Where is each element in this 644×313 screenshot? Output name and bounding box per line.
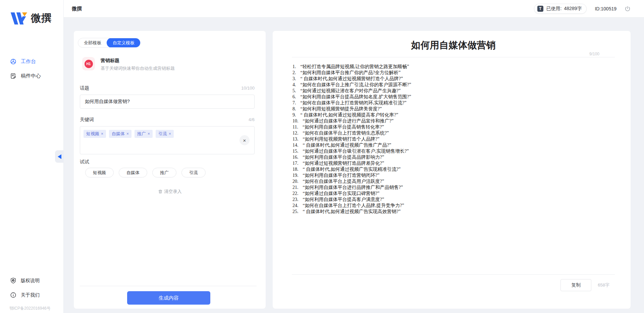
result-item-text: “轻松打造专属品牌短视频,让你的营销之路更加顺畅” <box>301 64 409 70</box>
result-item: 6.“如何利用自媒体平台提高品牌知名度,扩大销售范围?” <box>292 94 615 100</box>
result-item-number: 1. <box>292 64 296 70</box>
result-item: 23.“如何利用自媒体平台提高客户满意度?” <box>292 197 615 203</box>
sidebar-item-label: 版权说明 <box>21 278 40 284</box>
result-item: 8.“如何利用短视频营销提升品牌美誉度?” <box>292 106 615 112</box>
keyword-tag: 引流× <box>156 130 174 138</box>
sidebar-item-about[interactable]: 关于我们 <box>10 292 40 298</box>
result-item-text: “如何利用短视频营销提升品牌美誉度?” <box>301 106 382 112</box>
result-item-text: “如何利用短视频营销打造个人品牌?” <box>303 136 380 142</box>
collapse-sidebar-button[interactable] <box>55 150 64 163</box>
sidebar-item-label: 稿件中心 <box>21 73 41 79</box>
result-item-number: 15. <box>292 148 299 154</box>
result-item-number: 16. <box>292 154 299 160</box>
suggestion-pill[interactable]: 短视频 <box>85 168 114 177</box>
remove-keyword-icon[interactable]: × <box>126 132 129 136</box>
tab-custom-templates[interactable]: 自定义模板 <box>107 38 141 48</box>
result-item: 12.“如何在自媒体平台上打造营销生态系统?” <box>292 130 615 136</box>
result-item-text: “如何在自媒体平台上推广引流,让你的客户源源不断?” <box>301 82 411 88</box>
result-item-text: “如何利用自媒体平台提高客户满意度?” <box>303 197 384 203</box>
chevron-left-icon <box>58 154 61 159</box>
result-item-text: “ 自媒体时代,如何通过短视频营销打造个人品牌?” <box>301 76 403 82</box>
result-item: 13.“如何利用短视频营销打造个人品牌?” <box>292 136 615 142</box>
remove-keyword-icon[interactable]: × <box>169 132 171 136</box>
sidebar: 微撰 工作台 稿件中心 版权说明 <box>0 0 64 313</box>
result-item-number: 2. <box>292 70 296 76</box>
result-item-number: 25. <box>292 209 299 215</box>
result-item: 22.“如何通过自媒体平台实现口碑营销?” <box>292 191 615 197</box>
result-item-number: 17. <box>292 160 299 166</box>
result-item-number: 5. <box>292 88 296 94</box>
copy-button[interactable]: 复制 <box>560 279 591 291</box>
keywords-input-area[interactable]: 短视频×自媒体×推广×引流× × <box>80 126 255 154</box>
drafts-icon <box>10 73 16 79</box>
trash-icon <box>158 189 163 194</box>
result-list: 1.“轻松打造专属品牌短视频,让你的营销之路更加顺畅”2.“如何利用自媒体平台推… <box>292 64 615 215</box>
result-item: 25.“ 自媒体时代,如何通过视频广告实现高效营销?” <box>292 209 615 215</box>
result-item-number: 7. <box>292 100 296 106</box>
result-item-number: 22. <box>292 191 299 197</box>
result-item-text: “ 自媒体时代,如何通过短视频提高客户转化率?” <box>301 112 398 118</box>
logo-w-icon <box>10 12 28 25</box>
generate-content-button[interactable]: 生成内容 <box>127 291 210 305</box>
result-item-number: 13. <box>292 136 299 142</box>
result-item: 4.“如何在自媒体平台上推广引流,让你的客户源源不断?” <box>292 82 615 88</box>
result-item-text: “如何利用自媒体平台推广你的产品?全方位解析” <box>301 70 401 76</box>
sidebar-item-drafts[interactable]: 稿件中心 <box>10 73 41 79</box>
result-item-text: “如何利用自媒体平台进行品牌推广和产品销售?” <box>303 185 403 191</box>
result-item: 16.“如何利用自媒体平台提高品牌影响力?” <box>292 154 615 160</box>
icp-number: 鄂ICP备2022016946号 <box>9 306 51 311</box>
logout-button[interactable] <box>625 6 631 12</box>
logo-text: 微撰 <box>31 11 52 25</box>
result-item-text: “如何通过自媒体平台进行产品宣传和推广?” <box>303 118 394 124</box>
page-title: 微撰 <box>72 0 82 17</box>
result-item-number: 19. <box>292 172 299 178</box>
template-card[interactable]: H1 <box>82 57 95 70</box>
result-item-number: 10. <box>292 118 299 124</box>
result-item-text: “如何通过短视频让潜在客户对你产品产生兴趣?” <box>301 88 401 94</box>
keyword-tags: 短视频×自媒体×推广×引流× <box>84 130 174 138</box>
keyword-tag: 短视频× <box>84 130 106 138</box>
keyword-tag-label: 自媒体 <box>112 131 125 137</box>
topic-input[interactable] <box>80 95 255 109</box>
suggestion-pill[interactable]: 自媒体 <box>119 168 147 177</box>
template-name: 营销标题 <box>101 58 119 64</box>
result-item-text: “如何在自媒体平台上打造营销生态系统?” <box>303 130 389 136</box>
remove-keyword-icon[interactable]: × <box>148 132 150 136</box>
result-item-number: 20. <box>292 178 299 185</box>
result-panel: 如何用自媒体做营销 9/100 1.“轻松打造专属品牌短视频,让你的营销之路更加… <box>273 31 631 309</box>
result-item-number: 14. <box>292 142 299 148</box>
usage-label: 已使用: <box>546 6 562 12</box>
topic-label: 话题 <box>80 85 89 91</box>
suggestion-pill[interactable]: 推广 <box>152 168 176 177</box>
keywords-label: 关键词 <box>80 117 94 123</box>
result-item: 14.“ 自媒体时代,如何通过视频广告推广产品?” <box>292 142 615 148</box>
result-item: 3.“ 自媒体时代,如何通过短视频营销打造个人品牌?” <box>292 76 615 82</box>
suggestion-pill[interactable]: 引流 <box>181 168 206 177</box>
tab-all-templates[interactable]: 全部模板 <box>78 38 107 47</box>
sidebar-item-label: 工作台 <box>21 58 36 65</box>
keyword-tag: 自媒体× <box>109 130 131 138</box>
sidebar-item-label: 关于我们 <box>21 292 40 298</box>
sidebar-item-copyright[interactable]: 版权说明 <box>10 277 40 284</box>
clear-entry-button[interactable]: 清空录入 <box>74 189 266 195</box>
result-item-number: 8. <box>292 106 296 112</box>
copyright-shield-icon <box>10 277 16 284</box>
template-tabs: 全部模板 自定义模板 <box>78 38 141 48</box>
result-item-number: 24. <box>292 203 299 209</box>
result-item: 2.“如何利用自媒体平台推广你的产品?全方位解析” <box>292 70 615 76</box>
result-item: 7.“如何在自媒体平台上打造营销闭环,实现精准引流?” <box>292 100 615 106</box>
keyword-tag-label: 短视频 <box>86 131 99 137</box>
result-item: 18.“ 自媒体时代,如何通过视频广告实现精准引流?” <box>292 166 615 172</box>
result-counter: 9/100 <box>589 52 599 56</box>
result-item-number: 3. <box>292 76 296 82</box>
result-item-number: 21. <box>292 185 299 191</box>
result-item-text: “如何在自媒体平台上打造营销闭环,实现精准引流?” <box>301 100 407 106</box>
remove-keyword-icon[interactable]: × <box>101 132 103 136</box>
result-item-text: “如何通过自媒体平台实现口碑营销?” <box>303 191 380 197</box>
result-item-number: 23. <box>292 197 299 203</box>
sidebar-item-workspace[interactable]: 工作台 <box>10 58 36 65</box>
keywords-counter: 4/6 <box>249 117 255 122</box>
result-item-text: “如何利用自媒体平台提高销售转化率?” <box>303 124 384 130</box>
clear-keywords-button[interactable]: × <box>239 135 250 145</box>
h1-title-icon: H1 <box>85 60 93 68</box>
